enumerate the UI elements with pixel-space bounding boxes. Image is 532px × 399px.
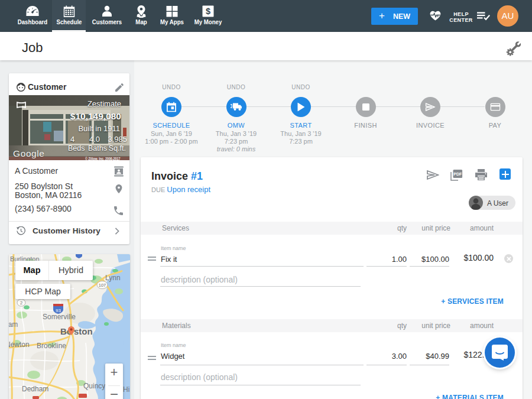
svg-text:Quincy: Quincy [83,382,105,390]
svg-text:$: $ [205,7,210,16]
svg-text:PDF: PDF [453,172,462,176]
svg-text:Somerville: Somerville [43,313,76,321]
svg-text:2: 2 [20,300,22,306]
svg-text:Dedham: Dedham [22,385,48,393]
svg-text:107: 107 [99,283,106,288]
svg-text:ston: ston [74,326,93,336]
svg-text:Newton: Newton [9,340,30,349]
svg-text:Lynn: Lynn [105,274,121,282]
svg-text:93: 93 [56,308,61,313]
svg-text:ham: ham [9,320,18,329]
svg-text:Brookline: Brookline [37,342,66,350]
svg-text:Hi: Hi [123,385,129,394]
